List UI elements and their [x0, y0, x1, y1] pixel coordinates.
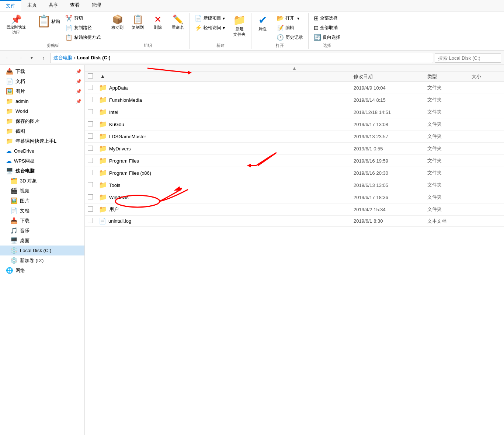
history-button[interactable]: 🕐 历史记录 — [274, 33, 305, 42]
cut-button[interactable]: ✂️ 剪切 — [63, 14, 103, 23]
table-row[interactable]: 📁 KuGou 2019/6/17 13:08 文件夹 — [85, 118, 504, 130]
sidebar-item-pictures[interactable]: 🖼️ 图片 — [0, 196, 84, 206]
pin-to-quick-access-button[interactable]: 📌 固定到'快速访问' — [3, 14, 29, 36]
invert-icon: 🔄 — [314, 34, 321, 41]
paste-shortcut-button[interactable]: 📋 粘贴快捷方式 — [63, 33, 103, 42]
sidebar-item-desktop[interactable]: 🖥️ 桌面 — [0, 236, 84, 246]
row-checkbox[interactable] — [88, 109, 93, 114]
table-row[interactable]: 📁 FunshionMedia 2019/6/14 8:15 文件夹 — [85, 94, 504, 106]
row-checkbox[interactable] — [88, 194, 93, 199]
header-date[interactable]: 修改日期 — [354, 73, 427, 80]
select-none-button[interactable]: ⊟ 全部取消 — [312, 23, 343, 32]
table-row[interactable]: 📄 unintall.log 2019/6/1 8:30 文本文档 — [85, 216, 504, 227]
this-pc-crumb[interactable]: 这台电脑 — [53, 55, 73, 60]
sidebar-item-thispc[interactable]: 🖥️ 这台电脑 — [0, 166, 84, 176]
row-checkbox[interactable] — [88, 133, 93, 139]
sidebar-item-3dobjects[interactable]: 🗂️ 3D 对象 — [0, 176, 84, 186]
row-checkbox[interactable] — [88, 206, 93, 212]
new-item-button[interactable]: 📄 新建项目 ▾ — [192, 14, 227, 23]
sidebar-item-screenshots[interactable]: 📁 截图 — [0, 126, 84, 136]
sidebar-item-pictures-pinned[interactable]: 🖼️ 图片 📌 — [0, 86, 84, 96]
sidebar-item-network[interactable]: 🌐 网络 — [0, 265, 84, 275]
select-all-button[interactable]: ⊞ 全部选择 — [312, 14, 343, 23]
copy-to-button[interactable]: 📋 复制到 — [129, 14, 146, 32]
table-row[interactable]: 📁 AppData 2019/4/9 10:04 文件夹 — [85, 82, 504, 94]
row-check — [88, 206, 99, 213]
history-icon: 🕐 — [277, 34, 284, 41]
forward-button[interactable]: → — [15, 53, 25, 63]
delete-button[interactable]: ✕ 删除 — [150, 14, 166, 32]
folder-icon: 📁 — [99, 193, 107, 201]
sidebar-item-muoke[interactable]: 📁 年慕课网快速上手L — [0, 136, 84, 146]
tab-manage[interactable]: 管理 — [86, 0, 107, 11]
sidebar-item-localdisk-c[interactable]: 💿 Local Disk (C:) — [0, 246, 84, 255]
row-checkbox[interactable] — [88, 85, 93, 90]
table-row[interactable]: 📁 Intel 2018/12/18 14:51 文件夹 — [85, 106, 504, 118]
sidebar-item-downloads-pinned[interactable]: 📥 下载 📌 — [0, 66, 84, 76]
address-path[interactable]: 这台电脑 › Local Disk (C:) — [50, 53, 433, 63]
tab-file[interactable]: 文件 — [0, 0, 21, 11]
row-checkbox[interactable] — [88, 170, 93, 175]
row-checkbox[interactable] — [88, 121, 93, 126]
sidebar-item-documents-pinned[interactable]: 📄 文档 📌 — [0, 76, 84, 86]
header-name[interactable]: ▲ — [99, 73, 354, 80]
select-all-icon: ⊞ — [314, 15, 319, 22]
file-name-text: LDSGameMaster — [109, 134, 146, 139]
table-row[interactable]: 📁 Tools 2019/6/13 13:05 文件夹 — [85, 179, 504, 191]
up-button[interactable]: ↑ — [38, 53, 49, 63]
easy-access-arrow: ▾ — [223, 25, 225, 31]
folder-icon: 📁 — [99, 181, 107, 189]
row-checkbox[interactable] — [88, 146, 93, 151]
local-disk-crumb[interactable]: Local Disk (C:) — [77, 55, 111, 60]
invert-selection-button[interactable]: 🔄 反向选择 — [312, 33, 343, 42]
recent-locations-button[interactable]: ▾ — [27, 53, 37, 63]
sidebar-item-saved-pictures[interactable]: 📁 保存的图片 — [0, 116, 84, 126]
back-button[interactable]: ← — [3, 53, 13, 63]
sidebar-label: 3D 对象 — [20, 178, 37, 184]
sidebar-item-drive-d[interactable]: 💿 新加卷 (D:) — [0, 255, 84, 265]
sidebar-item-music[interactable]: 🎵 音乐 — [0, 226, 84, 236]
edit-button[interactable]: 📝 编辑 — [274, 23, 305, 32]
sidebar-item-world[interactable]: 📁 World — [0, 106, 84, 116]
row-checkbox[interactable] — [88, 182, 93, 187]
row-checkbox[interactable] — [88, 158, 93, 163]
select-items: ⊞ 全部选择 ⊟ 全部取消 🔄 反向选择 — [312, 14, 343, 42]
row-checkbox[interactable] — [88, 218, 93, 223]
tab-share[interactable]: 共享 — [43, 0, 64, 11]
easy-access-button[interactable]: ⚡ 轻松访问 ▾ — [192, 23, 227, 32]
documents-icon: 📄 — [6, 78, 13, 85]
sidebar-item-videos[interactable]: 🎬 视频 — [0, 186, 84, 196]
sidebar-item-admin[interactable]: 📁 admin 📌 — [0, 96, 84, 106]
sidebar-label: 保存的图片 — [15, 118, 39, 125]
copy-to-label: 复制到 — [132, 25, 144, 30]
paste-button[interactable]: 📋 粘贴 — [34, 14, 62, 28]
table-row[interactable]: 📁 Program Files (x86) 2019/6/16 20:30 文件… — [85, 167, 504, 179]
row-name: 📁 MyDrivers — [99, 145, 354, 153]
table-row[interactable]: 📁 Program Files 2019/6/16 19:59 文件夹 — [85, 155, 504, 167]
table-row[interactable]: 📁 用户 2019/4/2 15:34 文件夹 — [85, 203, 504, 216]
sidebar-item-onedrive[interactable]: ☁ OneDrive — [0, 146, 84, 156]
delete-label: 删除 — [154, 25, 162, 30]
sidebar-item-downloads[interactable]: 📥 下载 — [0, 216, 84, 226]
sidebar-item-documents[interactable]: 📄 文档 — [0, 206, 84, 216]
properties-button[interactable]: ✔ 属性 — [254, 14, 271, 33]
move-icon: 📦 — [112, 15, 123, 24]
search-input[interactable] — [435, 53, 501, 63]
thispc-icon: 🖥️ — [6, 167, 13, 174]
table-row[interactable]: 📁 Windows 2019/6/17 18:36 文件夹 — [85, 191, 504, 203]
copy-path-button[interactable]: 📄 复制路径 — [63, 23, 103, 32]
new-folder-button[interactable]: 📁 新建 文件夹 — [231, 14, 248, 39]
rename-button[interactable]: ✏️ 重命名 — [170, 14, 186, 32]
open-button[interactable]: 📂 打开 ▾ — [274, 14, 305, 23]
table-row[interactable]: 📁 MyDrivers 2019/6/1 0:55 文件夹 — [85, 143, 504, 155]
file-name-text: unintall.log — [108, 218, 131, 224]
move-to-button[interactable]: 📦 移动到 — [109, 14, 126, 32]
header-type[interactable]: 类型 — [427, 73, 472, 80]
tab-view[interactable]: 查看 — [64, 0, 86, 11]
select-all-checkbox[interactable] — [88, 73, 93, 79]
row-checkbox[interactable] — [88, 97, 93, 102]
header-size[interactable]: 大小 — [472, 73, 501, 80]
table-row[interactable]: 📁 LDSGameMaster 2019/6/13 23:57 文件夹 — [85, 130, 504, 143]
tab-home[interactable]: 主页 — [21, 0, 43, 11]
sidebar-item-wps[interactable]: ☁ WPS网盘 — [0, 156, 84, 166]
